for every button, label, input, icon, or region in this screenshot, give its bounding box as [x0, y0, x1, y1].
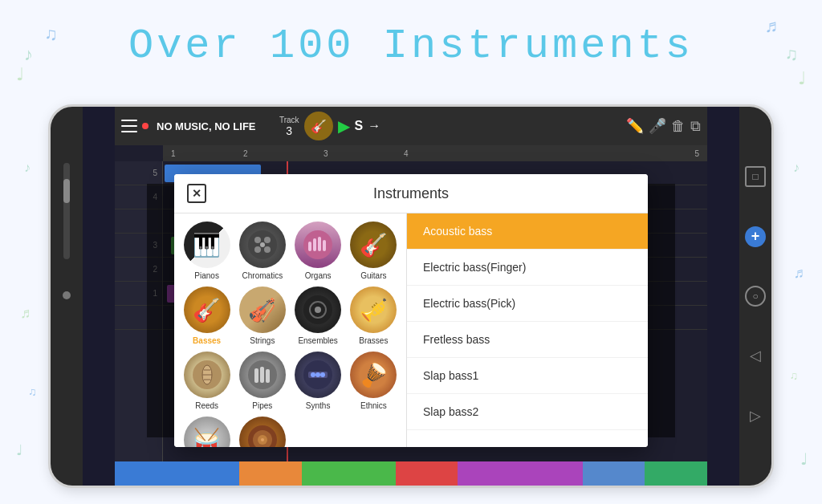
pipes-label: Pipes [252, 401, 272, 410]
arrow-button[interactable]: → [368, 119, 380, 133]
plus-btn[interactable]: + [745, 226, 766, 247]
bar-7 [645, 461, 707, 486]
category-pianos[interactable]: 🎹 Pianos [182, 222, 231, 280]
track-ruler: 1 2 3 4 5 [163, 145, 707, 161]
deco-note-8: ♬ [20, 305, 31, 322]
right-panel: □ + ○ ◁ ▷ [739, 107, 771, 486]
forward-btn[interactable]: ▷ [745, 405, 766, 426]
copy-icon[interactable]: ⧉ [690, 118, 701, 135]
deco-note-14: ♩ [800, 449, 808, 469]
bar-5 [458, 461, 582, 486]
category-synths[interactable]: Synths [294, 352, 343, 410]
organs-label: Organs [305, 271, 332, 280]
toolbar: NO MUSIC, NO LIFE Track 3 🎸 ▶ S → ✏️ 🎤 🗑… [115, 107, 707, 145]
dialog-header: ✕ Instruments [174, 174, 648, 213]
circle-btn[interactable]: ○ [745, 286, 766, 307]
deco-note-7: ♪ [24, 161, 31, 175]
edit-icon[interactable]: ✏️ [626, 117, 644, 135]
left-dot [63, 291, 71, 299]
category-percussives[interactable]: 🥁 Percussives [182, 417, 231, 447]
instrument-slap-bass1[interactable]: Slap bass1 [407, 358, 648, 394]
soundeffects-icon [239, 417, 286, 447]
basses-label: Basses [193, 336, 221, 345]
category-guitars[interactable]: 🎸 Guitars [349, 222, 398, 280]
strings-label: Strings [250, 336, 275, 345]
category-pipes[interactable]: Pipes [238, 352, 287, 410]
basses-icon: 🎸 [184, 287, 230, 333]
track-thumbnail[interactable]: 🎸 [304, 112, 333, 140]
back-btn[interactable]: ◁ [745, 345, 766, 366]
ensembles-icon [295, 287, 341, 333]
svg-point-5 [260, 242, 265, 247]
category-reeds[interactable]: Reeds [182, 352, 231, 410]
synths-icon [295, 352, 341, 398]
bar-2 [239, 461, 302, 486]
instrument-electric-bass-pick[interactable]: Electric bass(Pick) [407, 286, 648, 322]
instrument-list: Acoustic bass Electric bass(Finger) Elec… [407, 213, 648, 447]
chromatics-label: Chromatics [242, 271, 283, 280]
organs-icon [295, 222, 341, 268]
svg-point-26 [315, 372, 320, 377]
pianos-label: Pianos [194, 271, 219, 280]
dialog-body: 🎹 Pianos [174, 213, 648, 447]
category-soundeffects[interactable]: Sound Effects [238, 417, 287, 447]
deco-note-11: ♪ [793, 161, 800, 175]
instrument-grid: 🎹 Pianos [174, 213, 407, 447]
daw-area: 1 2 3 4 5 5 4 3 2 1 [115, 145, 707, 461]
play-button[interactable]: ▶ [338, 116, 350, 136]
category-chromatics[interactable]: Chromatics [238, 222, 287, 280]
category-ethnics[interactable]: 🪘 Ethnics [349, 352, 398, 410]
app-name: NO MUSIC, NO LIFE [157, 120, 275, 132]
track-info: Track 3 [279, 116, 299, 137]
phone-screen: NO MUSIC, NO LIFE Track 3 🎸 ▶ S → ✏️ 🎤 🗑… [83, 107, 739, 486]
instrument-electric-bass-finger[interactable]: Electric bass(Finger) [407, 250, 648, 286]
scrollbar-track[interactable] [63, 163, 70, 259]
instrument-slap-bass2[interactable]: Slap bass2 [407, 394, 648, 430]
ruler-1: 1 [171, 149, 176, 158]
eraser-icon[interactable]: 🗑 [671, 118, 686, 135]
category-basses[interactable]: 🎸 Basses [182, 287, 231, 345]
svg-point-4 [264, 246, 271, 253]
bottom-bar [115, 461, 707, 486]
category-ensembles[interactable]: Ensembles [294, 287, 343, 345]
ethnics-icon: 🪘 [350, 352, 397, 398]
svg-rect-8 [313, 238, 316, 251]
svg-point-1 [254, 237, 261, 243]
guitars-label: Guitars [360, 271, 386, 280]
svg-point-27 [320, 372, 325, 377]
category-brasses[interactable]: 🎺 Brasses [349, 287, 398, 345]
instruments-dialog: ✕ Instruments 🎹 Pianos [174, 174, 648, 447]
svg-rect-21 [260, 367, 264, 383]
instrument-fretless-bass[interactable]: Fretless bass [407, 322, 648, 358]
bar-6 [583, 461, 645, 486]
bar-4 [396, 461, 458, 486]
deco-note-6: ♩ [798, 68, 806, 89]
bar-3 [302, 461, 396, 486]
dialog-title: Instruments [206, 185, 616, 202]
svg-rect-10 [323, 240, 326, 251]
menu-button[interactable] [121, 120, 137, 132]
record-indicator [142, 123, 149, 129]
svg-rect-7 [308, 242, 311, 251]
reeds-icon [184, 352, 230, 398]
chromatics-icon [239, 222, 286, 268]
brasses-icon: 🎺 [350, 287, 397, 333]
guitars-icon: 🎸 [350, 222, 397, 268]
s-button[interactable]: S [355, 119, 364, 133]
scrollbar-thumb [63, 179, 70, 203]
svg-rect-22 [266, 369, 270, 383]
category-organs[interactable]: Organs [294, 222, 343, 280]
left-panel [51, 107, 83, 486]
instrument-acoustic-bass[interactable]: Acoustic bass [407, 213, 648, 250]
svg-rect-9 [318, 237, 321, 251]
category-strings[interactable]: 🎻 Strings [238, 287, 287, 345]
page-title: Over 100 Instruments [0, 22, 822, 70]
dialog-close-button[interactable]: ✕ [187, 184, 206, 203]
square-btn[interactable]: □ [745, 166, 766, 187]
deco-note-10: ♩ [16, 441, 22, 459]
ruler-4: 4 [404, 149, 409, 158]
svg-point-13 [315, 307, 321, 313]
mic-icon[interactable]: 🎤 [649, 117, 666, 135]
ruler-2: 2 [243, 149, 248, 158]
bar-1 [115, 461, 239, 486]
